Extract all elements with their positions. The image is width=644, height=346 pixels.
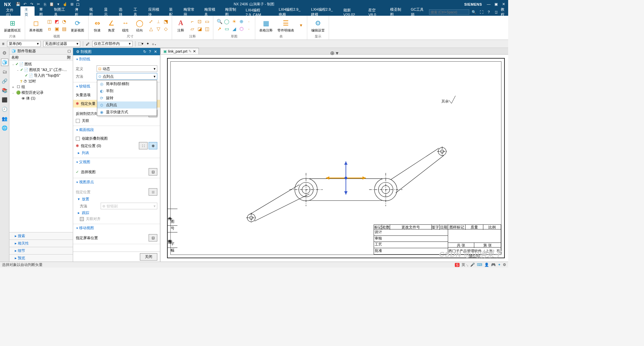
tree-row[interactable]: -✓📄图纸页 "A3_1" (工作-… (10, 67, 72, 73)
sk2-icon[interactable]: ◯ (223, 18, 230, 25)
undo-icon[interactable]: ↶ (22, 2, 27, 7)
minimize-icon[interactable]: — (485, 2, 492, 6)
d1-icon[interactable]: ⤢ (148, 18, 154, 25)
detail-view-icon[interactable]: ◔ (61, 18, 67, 25)
sec-origin[interactable]: 视图原点 (73, 178, 160, 186)
angle-dim-button[interactable]: ∠角度 (105, 18, 117, 33)
d5-icon[interactable]: ▽ (155, 25, 162, 32)
copy-icon[interactable]: ⎘ (43, 2, 47, 7)
help2-icon[interactable]: ⍰ (493, 10, 499, 14)
note-button[interactable]: A注释 (175, 18, 187, 33)
tree-row[interactable]: ✓📄导入的 "Top@5" (10, 73, 72, 78)
type-filter[interactable]: 无选择过滤器▾ (43, 41, 80, 47)
linear-dim-button[interactable]: ↔线性 (119, 18, 131, 33)
tree-row[interactable]: -✓📄图纸 (10, 61, 72, 67)
sec-move[interactable]: 移动视图 (73, 224, 160, 232)
sk1-icon[interactable]: 🔍 (216, 18, 223, 25)
menu-dropdown[interactable]: 菜单(M)▾ (7, 41, 41, 47)
rb-roles-icon[interactable]: 👥 (1, 115, 8, 122)
n1-icon[interactable]: ⌐ (189, 18, 196, 25)
place-expander[interactable]: ▾ 放置 (76, 197, 157, 202)
ime-mic-icon[interactable]: 🎤 (470, 263, 475, 267)
rb-part-nav-icon[interactable]: 🧊 (1, 59, 8, 66)
tab-ms[interactable]: 模圣制图 (386, 6, 406, 18)
ime-st2-icon[interactable]: 🎮 (491, 263, 496, 267)
proj-view-icon[interactable]: ◫ (46, 18, 53, 25)
d6-icon[interactable]: ◇ (162, 25, 169, 32)
restore-icon[interactable]: ▣ (493, 2, 499, 6)
ime-kb-icon[interactable]: ⌨ (477, 263, 482, 267)
method-option[interactable]: ◐半剖 (97, 87, 157, 94)
ime-st3-icon[interactable]: ✦ (498, 263, 501, 267)
n2-icon[interactable]: ⊡ (196, 18, 203, 25)
drawing-sheet[interactable]: 其余 标记处数更改文件号签字日期 设计 审核 工艺 批准 图样标记质量比例 (167, 58, 505, 258)
d4-icon[interactable]: △ (148, 25, 154, 32)
tb-extra-icon[interactable]: ▾ (298, 22, 304, 28)
v6-icon[interactable]: ▤ (61, 25, 67, 32)
method-option[interactable]: ◎简单剖/阶梯剖 (97, 80, 157, 87)
dialog-reset-icon[interactable]: ↻ (142, 50, 147, 54)
track-expander[interactable]: ▸ 跟踪 (76, 210, 157, 215)
sk6-icon[interactable]: ↗ (216, 25, 223, 32)
acc-detail[interactable]: ▸ 细节 (9, 247, 73, 254)
col-name[interactable]: 名称 (11, 55, 19, 60)
rb-history-icon[interactable]: 🕘 (1, 106, 8, 113)
ime-label[interactable]: 英 ·, (462, 262, 468, 267)
scope-filter[interactable]: 仅在工作部件内▾ (92, 41, 132, 47)
fb1-icon[interactable]: 🖉 (86, 42, 90, 46)
method-option[interactable]: ⟳旋转 (97, 94, 157, 101)
tree-row[interactable]: ?⏱过时 (10, 78, 72, 84)
rb-assy-nav-icon[interactable]: 🗂 (1, 68, 8, 75)
pin-icon[interactable]: ▢ (67, 49, 71, 53)
cut-icon[interactable]: ✂ (36, 2, 41, 7)
rb-web-icon[interactable]: 🌐 (1, 124, 8, 132)
save-icon[interactable]: 💾 (16, 2, 20, 7)
tutorial-label[interactable]: 教程 (501, 7, 506, 17)
d2-icon[interactable]: ⟂ (155, 18, 162, 25)
rb-hd3d-icon[interactable]: ⬛ (1, 96, 8, 103)
fb2-icon[interactable]: ⬚▾ (138, 42, 144, 46)
rb-constraint-icon[interactable]: 🔗 (1, 77, 8, 85)
loc-pick-button[interactable]: ⸬ (139, 142, 148, 149)
assoc-checkbox[interactable] (76, 119, 80, 123)
close-button[interactable]: 关闭 (140, 253, 157, 261)
close-icon[interactable]: ✕ (500, 2, 507, 6)
screen-pos-button[interactable]: ⊡ (149, 234, 157, 241)
d3-icon[interactable]: ⬔ (162, 18, 169, 25)
sk7-icon[interactable]: ▭ (223, 25, 230, 32)
method-option[interactable]: ◉显示快捷方式 (97, 109, 157, 116)
window-dd-icon[interactable]: 窗口▾ (76, 2, 81, 7)
rb-reuse-icon[interactable]: 📚 (1, 87, 8, 94)
n5-icon[interactable]: ◪ (196, 25, 203, 32)
sk9-icon[interactable]: ⬡ (238, 25, 245, 32)
ime-gear-icon[interactable]: ⚙ (503, 263, 506, 267)
tab-nx[interactable]: 能新 V20.02 (339, 7, 364, 17)
acc-preview[interactable]: ▸ 预览 (9, 254, 73, 262)
sk4-icon[interactable]: ⊕ (238, 18, 245, 25)
tab-close-icon[interactable]: ✕ (193, 49, 196, 54)
window-icon[interactable]: ⊞ (69, 2, 74, 7)
edit-settings-button[interactable]: ⚙编辑设置 (310, 18, 326, 33)
method-dropdown[interactable]: ⊙点到点▾ ◎简单剖/阶梯剖◐半剖⟳旋转⊙点到点◉显示快捷方式 (97, 73, 157, 80)
definition-dropdown[interactable]: ⊡动态▾ (97, 65, 157, 72)
dialog-close-icon[interactable]: ✕ (153, 50, 158, 54)
tree-row[interactable]: -🟢模型历史记录 (10, 90, 72, 95)
orient-csys-icon[interactable]: ⊕ ▾ (330, 50, 338, 56)
update-view-button[interactable]: ⟳更新视图 (69, 18, 86, 33)
fb4-icon[interactable]: ⟐▾ (152, 42, 157, 46)
loc-point-button[interactable]: ⊕ (149, 142, 157, 149)
fullscreen-icon[interactable]: ⛶ (479, 10, 484, 14)
n3-icon[interactable]: ▭ (204, 18, 210, 25)
sk3-icon[interactable]: ☀ (231, 18, 237, 25)
tree-row[interactable]: 👁体 (1) (10, 95, 72, 101)
rb-settings-icon[interactable]: ⚙ (1, 49, 8, 57)
dialog-gear-icon[interactable]: ⚙ (75, 50, 80, 54)
n6-icon[interactable]: ◫ (204, 25, 210, 32)
sk8-icon[interactable]: ◢ (231, 25, 237, 32)
sec-cutline[interactable]: 剖切线 (73, 55, 160, 63)
search-icon[interactable]: 🔍 (471, 10, 477, 14)
new-sheet-button[interactable]: ⊞新建图纸页 (3, 18, 22, 33)
list-expander[interactable]: ▸ 列表 (76, 150, 157, 155)
paste-icon[interactable]: 📋 (49, 2, 54, 7)
base-view-button[interactable]: ◻基本视图 (28, 18, 44, 33)
